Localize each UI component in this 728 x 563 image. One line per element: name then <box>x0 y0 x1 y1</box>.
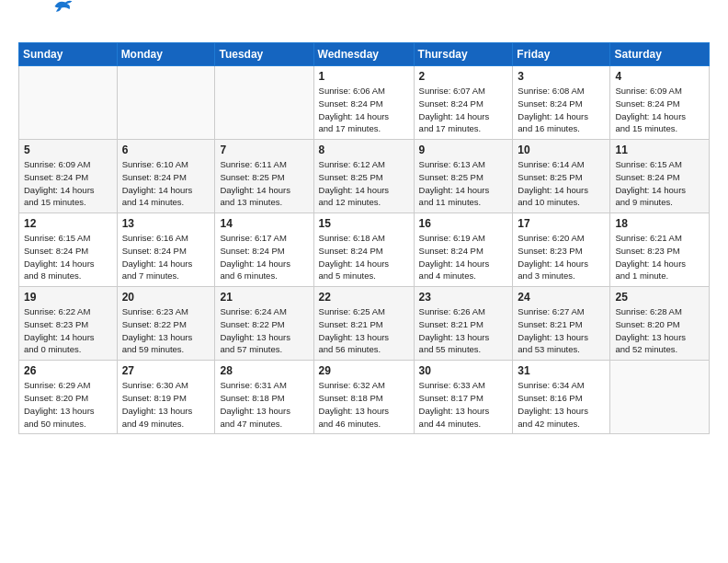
day-number: 14 <box>220 217 308 230</box>
day-info: Sunrise: 6:22 AM Sunset: 8:23 PM Dayligh… <box>24 305 112 356</box>
day-number: 29 <box>319 364 409 377</box>
calendar-cell: 24Sunrise: 6:27 AM Sunset: 8:21 PM Dayli… <box>513 287 610 361</box>
page: SundayMondayTuesdayWednesdayThursdayFrid… <box>0 0 728 451</box>
day-info: Sunrise: 6:16 AM Sunset: 8:24 PM Dayligh… <box>122 232 210 282</box>
calendar-cell: 14Sunrise: 6:17 AM Sunset: 8:24 PM Dayli… <box>215 213 313 287</box>
day-info: Sunrise: 6:24 AM Sunset: 8:22 PM Dayligh… <box>220 305 308 356</box>
weekday-header-friday: Friday <box>513 43 610 66</box>
calendar-cell: 26Sunrise: 6:29 AM Sunset: 8:20 PM Dayli… <box>19 361 118 434</box>
calendar-cell: 1Sunrise: 6:06 AM Sunset: 8:24 PM Daylig… <box>313 66 414 140</box>
week-row-5: 26Sunrise: 6:29 AM Sunset: 8:20 PM Dayli… <box>19 361 710 434</box>
calendar-cell: 10Sunrise: 6:14 AM Sunset: 8:25 PM Dayli… <box>513 140 610 213</box>
day-info: Sunrise: 6:15 AM Sunset: 8:24 PM Dayligh… <box>615 158 704 209</box>
day-number: 18 <box>615 217 704 230</box>
day-number: 7 <box>220 144 308 156</box>
day-info: Sunrise: 6:06 AM Sunset: 8:24 PM Dayligh… <box>319 85 409 135</box>
calendar-cell: 15Sunrise: 6:18 AM Sunset: 8:24 PM Dayli… <box>313 213 414 287</box>
logo-bird-icon <box>53 0 74 17</box>
calendar-cell: 8Sunrise: 6:12 AM Sunset: 8:25 PM Daylig… <box>313 140 414 213</box>
calendar-cell <box>117 66 215 140</box>
day-number: 4 <box>615 70 704 83</box>
day-info: Sunrise: 6:12 AM Sunset: 8:25 PM Dayligh… <box>319 158 409 209</box>
calendar-cell: 21Sunrise: 6:24 AM Sunset: 8:22 PM Dayli… <box>215 287 313 361</box>
day-info: Sunrise: 6:32 AM Sunset: 8:18 PM Dayligh… <box>319 379 409 430</box>
calendar-cell: 19Sunrise: 6:22 AM Sunset: 8:23 PM Dayli… <box>19 287 118 361</box>
calendar-cell: 12Sunrise: 6:15 AM Sunset: 8:24 PM Dayli… <box>19 213 118 287</box>
day-number: 8 <box>319 144 409 156</box>
weekday-header-thursday: Thursday <box>414 43 513 66</box>
calendar-cell: 7Sunrise: 6:11 AM Sunset: 8:25 PM Daylig… <box>215 140 313 213</box>
day-number: 11 <box>615 144 704 156</box>
day-number: 12 <box>24 217 112 230</box>
day-number: 31 <box>518 364 605 377</box>
day-info: Sunrise: 6:33 AM Sunset: 8:17 PM Dayligh… <box>419 379 508 430</box>
day-number: 28 <box>220 364 308 377</box>
day-number: 9 <box>419 144 508 156</box>
day-info: Sunrise: 6:29 AM Sunset: 8:20 PM Dayligh… <box>24 379 112 430</box>
weekday-header-tuesday: Tuesday <box>215 43 313 66</box>
day-number: 17 <box>518 217 605 230</box>
calendar-cell: 28Sunrise: 6:31 AM Sunset: 8:18 PM Dayli… <box>215 361 313 434</box>
day-number: 20 <box>122 291 210 304</box>
day-info: Sunrise: 6:31 AM Sunset: 8:18 PM Dayligh… <box>220 379 308 430</box>
day-info: Sunrise: 6:26 AM Sunset: 8:21 PM Dayligh… <box>419 305 508 356</box>
day-info: Sunrise: 6:13 AM Sunset: 8:25 PM Dayligh… <box>419 158 508 209</box>
day-number: 6 <box>122 144 210 156</box>
calendar-cell: 29Sunrise: 6:32 AM Sunset: 8:18 PM Dayli… <box>313 361 414 434</box>
week-row-4: 19Sunrise: 6:22 AM Sunset: 8:23 PM Dayli… <box>19 287 710 361</box>
day-info: Sunrise: 6:10 AM Sunset: 8:24 PM Dayligh… <box>122 158 210 209</box>
calendar-cell: 6Sunrise: 6:10 AM Sunset: 8:24 PM Daylig… <box>117 140 215 213</box>
calendar-cell: 2Sunrise: 6:07 AM Sunset: 8:24 PM Daylig… <box>414 66 513 140</box>
calendar-cell <box>610 361 710 434</box>
calendar-cell: 22Sunrise: 6:25 AM Sunset: 8:21 PM Dayli… <box>313 287 414 361</box>
day-number: 1 <box>319 70 409 83</box>
calendar-cell <box>19 66 118 140</box>
day-number: 24 <box>518 291 605 304</box>
day-info: Sunrise: 6:25 AM Sunset: 8:21 PM Dayligh… <box>319 305 409 356</box>
day-info: Sunrise: 6:19 AM Sunset: 8:24 PM Dayligh… <box>419 232 508 282</box>
calendar-cell: 25Sunrise: 6:28 AM Sunset: 8:20 PM Dayli… <box>610 287 710 361</box>
calendar-cell: 17Sunrise: 6:20 AM Sunset: 8:23 PM Dayli… <box>513 213 610 287</box>
header <box>18 17 710 33</box>
weekday-header-saturday: Saturday <box>610 43 710 66</box>
calendar-cell: 30Sunrise: 6:33 AM Sunset: 8:17 PM Dayli… <box>414 361 513 434</box>
day-number: 27 <box>122 364 210 377</box>
weekday-header-monday: Monday <box>117 43 215 66</box>
day-info: Sunrise: 6:34 AM Sunset: 8:16 PM Dayligh… <box>518 379 605 430</box>
day-info: Sunrise: 6:20 AM Sunset: 8:23 PM Dayligh… <box>518 232 605 282</box>
calendar-table: SundayMondayTuesdayWednesdayThursdayFrid… <box>18 42 710 434</box>
calendar-cell: 11Sunrise: 6:15 AM Sunset: 8:24 PM Dayli… <box>610 140 710 213</box>
calendar-cell: 18Sunrise: 6:21 AM Sunset: 8:23 PM Dayli… <box>610 213 710 287</box>
day-number: 21 <box>220 291 308 304</box>
calendar-cell: 20Sunrise: 6:23 AM Sunset: 8:22 PM Dayli… <box>117 287 215 361</box>
day-info: Sunrise: 6:23 AM Sunset: 8:22 PM Dayligh… <box>122 305 210 356</box>
logo <box>18 17 74 33</box>
calendar-cell: 4Sunrise: 6:09 AM Sunset: 8:24 PM Daylig… <box>610 66 710 140</box>
week-row-1: 1Sunrise: 6:06 AM Sunset: 8:24 PM Daylig… <box>19 66 710 140</box>
day-info: Sunrise: 6:11 AM Sunset: 8:25 PM Dayligh… <box>220 158 308 209</box>
day-info: Sunrise: 6:09 AM Sunset: 8:24 PM Dayligh… <box>615 85 704 135</box>
calendar-cell: 5Sunrise: 6:09 AM Sunset: 8:24 PM Daylig… <box>19 140 118 213</box>
day-info: Sunrise: 6:27 AM Sunset: 8:21 PM Dayligh… <box>518 305 605 356</box>
week-row-3: 12Sunrise: 6:15 AM Sunset: 8:24 PM Dayli… <box>19 213 710 287</box>
day-number: 25 <box>615 291 704 304</box>
calendar-cell: 31Sunrise: 6:34 AM Sunset: 8:16 PM Dayli… <box>513 361 610 434</box>
day-number: 23 <box>419 291 508 304</box>
day-number: 10 <box>518 144 605 156</box>
day-info: Sunrise: 6:18 AM Sunset: 8:24 PM Dayligh… <box>319 232 409 282</box>
day-number: 5 <box>24 144 112 156</box>
day-number: 16 <box>419 217 508 230</box>
day-info: Sunrise: 6:09 AM Sunset: 8:24 PM Dayligh… <box>24 158 112 209</box>
day-info: Sunrise: 6:14 AM Sunset: 8:25 PM Dayligh… <box>518 158 605 209</box>
day-info: Sunrise: 6:07 AM Sunset: 8:24 PM Dayligh… <box>419 85 508 135</box>
day-number: 19 <box>24 291 112 304</box>
weekday-header-sunday: Sunday <box>19 43 118 66</box>
calendar-cell: 9Sunrise: 6:13 AM Sunset: 8:25 PM Daylig… <box>414 140 513 213</box>
weekday-header-row: SundayMondayTuesdayWednesdayThursdayFrid… <box>19 43 710 66</box>
calendar-cell: 13Sunrise: 6:16 AM Sunset: 8:24 PM Dayli… <box>117 213 215 287</box>
day-info: Sunrise: 6:15 AM Sunset: 8:24 PM Dayligh… <box>24 232 112 282</box>
day-number: 3 <box>518 70 605 83</box>
day-info: Sunrise: 6:17 AM Sunset: 8:24 PM Dayligh… <box>220 232 308 282</box>
day-number: 13 <box>122 217 210 230</box>
calendar-cell: 27Sunrise: 6:30 AM Sunset: 8:19 PM Dayli… <box>117 361 215 434</box>
